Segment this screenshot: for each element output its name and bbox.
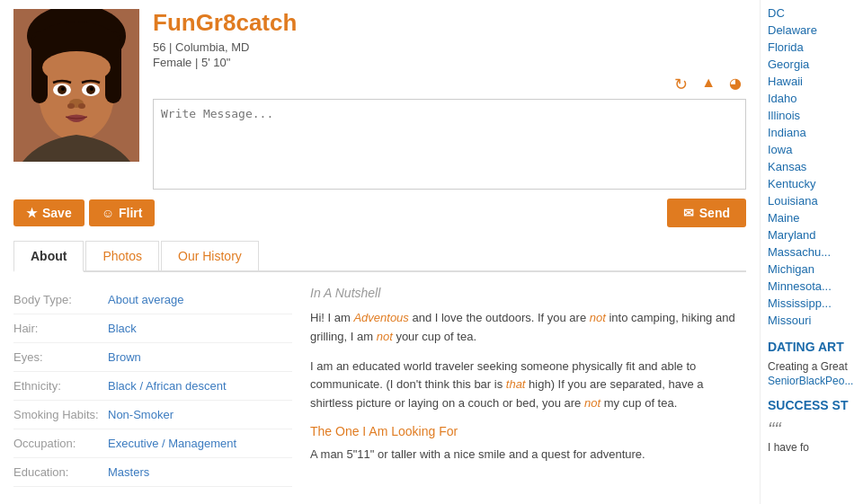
success-quote: ““ <box>768 418 856 441</box>
state-delaware[interactable]: Delaware <box>768 22 856 39</box>
value-smoking: Non-Smoker <box>108 408 173 421</box>
svg-point-12 <box>61 87 65 91</box>
looking-heading: The One I Am Looking For <box>310 424 746 438</box>
detail-body-type: Body Type: About average <box>13 286 292 314</box>
dating-art-text: Creating a Great <box>768 359 856 375</box>
value-hair: Black <box>108 322 137 335</box>
right-sidebar: DC Delaware Florida Georgia Hawaii Idaho… <box>760 0 863 504</box>
state-maine[interactable]: Maine <box>768 209 856 226</box>
state-minnesota[interactable]: Minnesota... <box>768 278 856 295</box>
bio-section: In A Nutshell Hi! I am Adventous and I l… <box>310 286 746 487</box>
success-text: I have fo <box>768 441 856 454</box>
value-ethnicity: Black / African descent <box>108 379 227 393</box>
label-smoking: Smoking Habits: <box>13 408 99 421</box>
label-ethnicity: Ethnicity: <box>13 379 99 393</box>
state-idaho[interactable]: Idaho <box>768 90 856 107</box>
action-buttons-row: ★ Save ☺ Flirt ✉ Send <box>13 199 746 227</box>
dating-art-title: DATING ART <box>768 340 856 354</box>
flirt-button[interactable]: ☺ Flirt <box>89 199 156 226</box>
meta-age-location: 56 | Columbia, MD <box>153 40 746 54</box>
profile-header: FunGr8catch 56 | Columbia, MD Female | 5… <box>13 9 746 190</box>
state-kansas[interactable]: Kansas <box>768 158 856 175</box>
detail-ethnicity: Ethnicity: Black / African descent <box>13 372 292 401</box>
avatar <box>13 9 139 162</box>
save-label: Save <box>42 206 72 220</box>
state-dc[interactable]: DC <box>768 4 856 22</box>
state-maryland[interactable]: Maryland <box>768 226 856 243</box>
state-georgia[interactable]: Georgia <box>768 56 856 73</box>
send-button[interactable]: ✉ Send <box>667 199 746 227</box>
tab-about[interactable]: About <box>13 241 84 272</box>
state-mississippi[interactable]: Mississipp... <box>768 295 856 312</box>
flirt-label: Flirt <box>119 206 142 220</box>
label-eyes: Eyes: <box>13 350 99 364</box>
detail-eyes: Eyes: Brown <box>13 343 292 372</box>
flag-icon[interactable]: ▲ <box>701 75 716 94</box>
dating-art-link[interactable]: SeniorBlackPeo... <box>768 375 856 387</box>
smile-icon: ☺ <box>102 206 114 220</box>
state-massachusetts[interactable]: Massachu... <box>768 243 856 261</box>
undo-icon[interactable]: ↻ <box>674 75 688 94</box>
state-kentucky[interactable]: Kentucky <box>768 175 856 192</box>
state-louisiana[interactable]: Louisiana <box>768 192 856 209</box>
profile-body: Body Type: About average Hair: Black Eye… <box>13 286 746 487</box>
nutshell-heading: In A Nutshell <box>310 286 746 300</box>
value-occupation: Executive / Management <box>108 437 236 450</box>
label-education: Education: <box>13 465 99 479</box>
profile-details: Body Type: About average Hair: Black Eye… <box>13 286 292 487</box>
location-icon[interactable]: ◕ <box>729 75 742 94</box>
profile-info: FunGr8catch 56 | Columbia, MD Female | 5… <box>153 9 746 190</box>
state-hawaii[interactable]: Hawaii <box>768 73 856 90</box>
tab-photos[interactable]: Photos <box>85 241 159 270</box>
state-iowa[interactable]: Iowa <box>768 141 856 158</box>
detail-smoking: Smoking Habits: Non-Smoker <box>13 401 292 429</box>
star-icon: ★ <box>26 206 38 220</box>
value-education: Masters <box>108 465 149 479</box>
send-label: Send <box>699 206 730 220</box>
success-title: SUCCESS ST <box>768 398 856 412</box>
detail-hair: Hair: Black <box>13 314 292 343</box>
state-missouri[interactable]: Missouri <box>768 312 856 329</box>
svg-point-13 <box>90 87 93 91</box>
label-occupation: Occupation: <box>13 437 99 450</box>
state-florida[interactable]: Florida <box>768 39 856 56</box>
meta-gender-height: Female | 5' 10" <box>153 56 746 69</box>
label-body-type: Body Type: <box>13 293 99 306</box>
save-button[interactable]: ★ Save <box>13 199 85 226</box>
value-eyes: Brown <box>108 350 141 364</box>
state-indiana[interactable]: Indiana <box>768 124 856 141</box>
nutshell-text2: I am an educated world traveler seeking … <box>310 358 746 413</box>
state-list: DC Delaware Florida Georgia Hawaii Idaho… <box>768 4 856 329</box>
svg-point-15 <box>67 103 75 109</box>
username: FunGr8catch <box>153 9 746 37</box>
state-michigan[interactable]: Michigan <box>768 261 856 278</box>
detail-occupation: Occupation: Executive / Management <box>13 429 292 458</box>
send-icon: ✉ <box>683 206 694 220</box>
nutshell-text1: Hi! I am Adventous and I love the outdoo… <box>310 309 746 347</box>
looking-text: A man 5"11" or taller with a nice smile … <box>310 446 746 464</box>
detail-education: Education: Masters <box>13 458 292 487</box>
state-illinois[interactable]: Illinois <box>768 107 856 124</box>
svg-point-7 <box>42 51 111 84</box>
message-box <box>153 99 746 190</box>
label-hair: Hair: <box>13 322 99 335</box>
tab-our-history[interactable]: Our History <box>161 241 259 270</box>
profile-icon-row: ↻ ▲ ◕ <box>153 75 746 94</box>
message-input[interactable] <box>161 107 738 179</box>
tabs-row: About Photos Our History <box>13 241 746 272</box>
value-body-type: About average <box>108 293 184 306</box>
left-buttons: ★ Save ☺ Flirt <box>13 199 155 226</box>
svg-point-16 <box>78 103 85 109</box>
